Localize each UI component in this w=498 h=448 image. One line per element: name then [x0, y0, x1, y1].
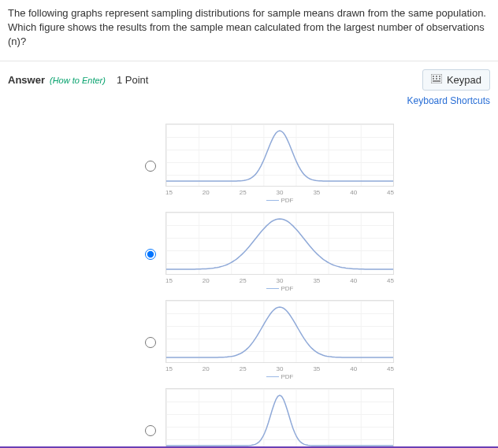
x-tick: 25: [240, 277, 247, 284]
x-tick: 15: [165, 189, 173, 196]
chart-legend: PDF: [165, 197, 394, 209]
legend-label: PDF: [281, 285, 294, 292]
legend-label: PDF: [281, 197, 294, 204]
distribution-chart: [165, 300, 394, 363]
x-tick: 35: [313, 277, 320, 284]
chart-cell: 15202530354045PDF: [165, 124, 394, 209]
x-tick: 25: [240, 365, 247, 372]
x-tick: 30: [277, 365, 284, 372]
options-area: 15202530354045PDF15202530354045PDF152025…: [0, 113, 498, 448]
how-to-enter-link[interactable]: (How to Enter): [50, 76, 106, 85]
legend-line-icon: [266, 376, 279, 377]
legend-label: PDF: [281, 373, 294, 380]
x-tick: 15: [165, 277, 173, 284]
x-tick: 20: [203, 365, 210, 372]
points-label: 1 Point: [117, 74, 148, 86]
x-tick: 20: [203, 189, 210, 196]
option-row: 15202530354045PDF: [0, 120, 498, 209]
x-tick: 20: [203, 277, 210, 284]
svg-rect-4: [433, 78, 434, 80]
option-radio[interactable]: [145, 337, 156, 348]
svg-rect-2: [436, 76, 437, 77]
x-tick: 30: [277, 277, 284, 284]
x-tick: 40: [350, 277, 357, 284]
x-axis-ticks: 15202530354045: [165, 363, 394, 373]
option-row: 15202530354045PDF: [0, 385, 498, 448]
keypad-label: Keypad: [447, 74, 481, 86]
chart-legend: PDF: [165, 285, 394, 297]
option-radio[interactable]: [145, 425, 156, 436]
option-row: 15202530354045PDF: [0, 297, 498, 385]
x-axis-ticks: 15202530354045: [165, 187, 394, 197]
distribution-chart: [165, 388, 394, 448]
x-tick: 40: [350, 365, 357, 372]
svg-rect-3: [439, 76, 440, 77]
x-tick: 45: [387, 277, 394, 284]
answer-label: Answer: [8, 74, 45, 86]
question-text: The following graphs represent sampling …: [0, 0, 498, 61]
keypad-button[interactable]: Keypad: [422, 69, 490, 91]
option-row: 15202530354045PDF: [0, 209, 498, 297]
distribution-chart: [165, 124, 394, 187]
chart-cell: 15202530354045PDF: [165, 388, 394, 448]
x-tick: 25: [240, 189, 247, 196]
x-tick: 40: [350, 189, 357, 196]
x-axis-ticks: 15202530354045: [165, 275, 394, 285]
svg-rect-1: [433, 76, 434, 77]
option-radio[interactable]: [145, 161, 156, 172]
distribution-chart: [165, 212, 394, 275]
option-radio[interactable]: [145, 249, 156, 260]
x-tick: 45: [387, 189, 394, 196]
legend-line-icon: [266, 200, 279, 201]
keyboard-shortcuts-link[interactable]: Keyboard Shortcuts: [0, 94, 498, 113]
x-tick: 45: [387, 365, 394, 372]
x-tick: 30: [277, 189, 284, 196]
svg-rect-5: [436, 78, 437, 80]
x-tick: 15: [165, 365, 173, 372]
x-tick: 35: [313, 189, 320, 196]
keypad-icon: [431, 74, 442, 86]
answer-bar: Answer (How to Enter) 1 Point Keypad: [0, 61, 498, 94]
chart-cell: 15202530354045PDF: [165, 212, 394, 297]
x-tick: 35: [313, 365, 320, 372]
svg-rect-7: [433, 80, 440, 82]
chart-cell: 15202530354045PDF: [165, 300, 394, 385]
chart-legend: PDF: [165, 373, 394, 385]
legend-line-icon: [266, 288, 279, 289]
svg-rect-6: [439, 78, 440, 80]
